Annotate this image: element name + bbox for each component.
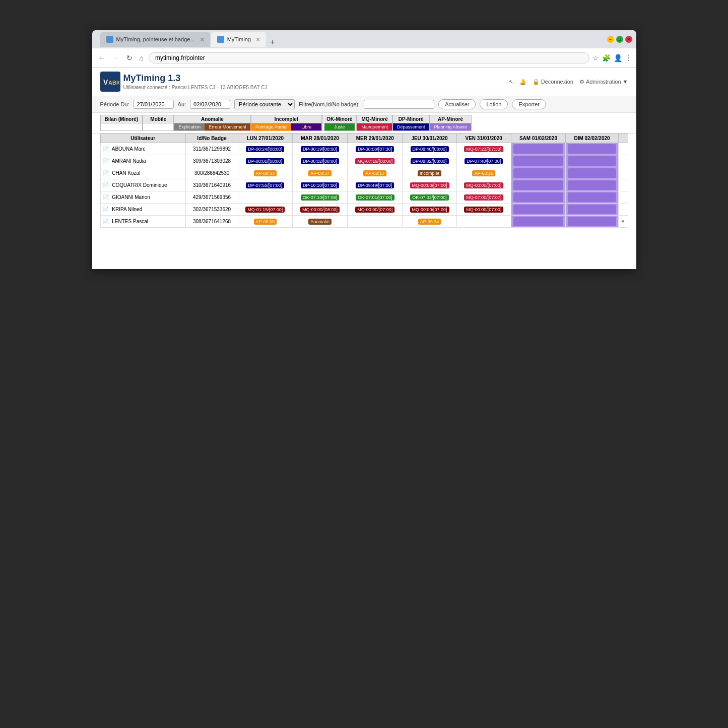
refresh-button[interactable]: ↻ [124,53,135,63]
minimize-button[interactable]: − [607,36,614,43]
cell-mer[interactable]: MQ-00:00/[07:00] [348,204,403,216]
cell-jeu[interactable]: Incomplet [403,167,457,179]
cell-user-name[interactable]: 📄 CHAN Kozal [100,167,186,179]
cell-planning-absent[interactable] [513,156,564,166]
cell-planning-absent[interactable] [513,168,564,178]
periode-type-select[interactable]: Période courante [234,99,295,109]
cell-jeu[interactable]: OK-07:03/[07:00] [403,191,457,204]
cell-ven[interactable]: MQ-07:00/[07:07] [456,191,511,204]
cell-jeu[interactable]: MQ-00:00/[07:00] [403,179,457,191]
periode-au-input[interactable] [190,100,230,109]
cell-planning-absent[interactable] [568,205,616,214]
cell-mar[interactable]: Anomalie [292,216,348,228]
tab-1[interactable]: MyTiming, pointeuse et badge... ✕ [100,32,210,47]
cell-dim[interactable] [566,167,618,179]
cell-ven[interactable]: AP-08:26 [456,167,511,179]
cell-value[interactable]: DP-08:02/[08:00] [301,158,339,164]
table-row[interactable]: 📄 GIOANNI Marion 429/3671569356 OK-07:10… [100,191,628,204]
cell-value[interactable]: AP-08:37 [308,170,332,176]
cell-user-name[interactable]: 📄 COQUATRIX Dominique [100,179,186,191]
cell-jeu[interactable]: DP-08:40/[08:00] [403,143,457,155]
cell-value[interactable]: Incomplet [418,170,441,176]
cell-jeu[interactable]: DP-08:02/[08:00] [403,155,457,167]
cell-value[interactable]: DP-08:02/[08:00] [411,158,449,164]
new-tab-button[interactable]: + [267,38,278,47]
cell-dim[interactable] [566,155,618,167]
cell-value[interactable]: DP-08:19/[08:00] [301,146,339,152]
table-row[interactable]: 📄 LENTES Pascal 308/3671641268 AP-09:09A… [100,216,628,228]
cell-dim[interactable] [566,216,618,228]
exporter-button[interactable]: Exporter [512,99,546,109]
cell-jeu[interactable]: MQ-00:00/[07:00] [403,204,457,216]
cell-ven[interactable]: MQ-00:00/[07:00] [456,179,511,191]
cell-planning-absent[interactable] [513,192,564,202]
cell-value[interactable]: AP-09:09 [254,219,277,225]
cell-mer[interactable]: OK-07:01/[07:00] [348,191,403,204]
cell-ven[interactable]: MQ-00:00/[07:00] [456,204,511,216]
cell-lun[interactable]: DP-08:24/[08:00] [238,143,293,155]
cell-value[interactable]: DP-08:40/[08:00] [411,146,449,152]
cell-planning-absent[interactable] [568,168,616,178]
lotion-button[interactable]: Lotion [480,99,508,109]
cell-dim[interactable] [566,204,618,216]
actualiser-button[interactable]: Actualiser [438,99,476,109]
cell-mar[interactable]: OK-07:10/[07:08] [292,191,348,204]
cell-mar[interactable]: MQ-00:00/[08:00] [292,204,348,216]
cell-planning-absent[interactable] [568,192,616,202]
menu-icon[interactable]: ⋮ [625,54,632,62]
cell-value[interactable]: OK-07:03/[07:00] [410,194,449,201]
cell-sam[interactable] [511,204,566,216]
back-button[interactable]: ← [96,53,107,63]
cell-value[interactable]: MQ-07:19/[08:00] [355,158,394,164]
table-row[interactable]: 📄 ABOUNA Marc 311/3671299892 DP-08:24/[0… [100,143,628,155]
cell-lun[interactable]: MQ-01:15/[07:00] [238,204,293,216]
tab-2[interactable]: MyTiming ✕ [211,32,266,47]
filter-input[interactable] [364,100,434,109]
cell-mar[interactable]: DP-08:02/[08:00] [292,155,348,167]
cell-value[interactable]: MQ-07:00/[07:07] [464,194,503,201]
cell-value[interactable]: MQ-01:15/[07:00] [245,207,285,213]
cell-lun[interactable]: AP-09:09 [238,216,293,228]
table-row[interactable]: 📄 COQUATRIX Dominique 310/3671640916 DP-… [100,179,628,191]
profile-icon[interactable]: 👤 [614,54,622,62]
home-button[interactable]: ⌂ [138,53,146,63]
cell-planning-absent[interactable] [568,217,616,226]
bookmark-star-icon[interactable]: ☆ [592,54,599,62]
cell-ven[interactable]: DP-07:40/[07:00] [456,155,511,167]
cell-value[interactable]: OK-07:01/[07:00] [356,194,394,201]
cell-value[interactable]: MQ-00:00/[07:00] [464,182,503,188]
close-button[interactable]: ✕ [625,36,632,43]
cell-mer[interactable]: AP-08:13 [348,167,403,179]
cell-mer[interactable]: DP-09:49/[07:00] [348,179,403,191]
cell-value[interactable]: MQ-00:00/[07:00] [410,182,449,188]
cell-value[interactable]: DP-09:49/[07:00] [356,182,394,188]
cell-planning-absent[interactable] [513,217,564,226]
cell-sam[interactable] [511,216,566,228]
cell-value[interactable]: DP-08:08/[07:30] [356,146,394,152]
cell-value[interactable]: MQ-00:00/[07:00] [464,207,503,213]
tab2-close[interactable]: ✕ [256,37,260,42]
cell-mer[interactable]: DP-08:08/[07:30] [348,143,403,155]
deconnexion-button[interactable]: 🔒 Déconnexion [533,79,573,85]
cell-value[interactable]: AP-08:33 [254,170,277,176]
cell-ven[interactable] [456,216,511,228]
cell-value[interactable]: MQ-00:00/[07:00] [355,207,394,213]
cell-planning-absent[interactable] [568,180,616,190]
maximize-button[interactable]: □ [616,36,623,43]
cell-value[interactable]: DP-07:55/[07:00] [246,182,284,188]
cell-planning-absent[interactable] [513,144,564,154]
cell-sam[interactable] [511,179,566,191]
cell-jeu[interactable]: AP-09:34 [403,216,457,228]
cell-dim[interactable] [566,191,618,204]
tab1-close[interactable]: ✕ [200,37,204,42]
cell-value[interactable]: AP-08:13 [363,170,386,176]
cell-dim[interactable] [566,179,618,191]
cell-sam[interactable] [511,155,566,167]
cell-lun[interactable]: DP-07:55/[07:00] [238,179,293,191]
cell-sam[interactable] [511,143,566,155]
cell-value[interactable]: DP-08:01/[08:00] [246,158,284,164]
cell-mer[interactable] [348,216,403,228]
url-input[interactable] [149,52,589,63]
cell-ven[interactable]: MQ-07:23/[07:30] [456,143,511,155]
forward-button[interactable]: → [110,53,121,63]
